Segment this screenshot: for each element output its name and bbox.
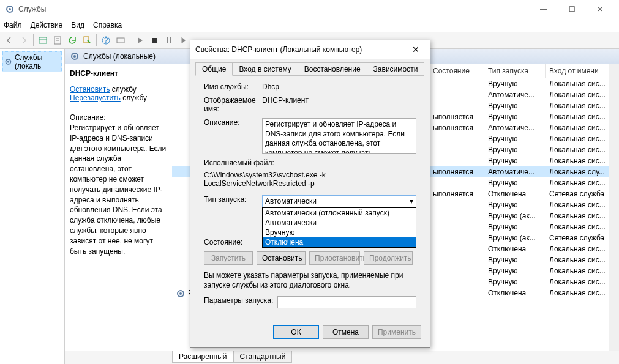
- gear-icon: [70, 51, 80, 61]
- menu-view[interactable]: Вид: [71, 21, 84, 29]
- startup-dropdown: Автоматически (отложенный запуск) Автома…: [262, 207, 416, 248]
- svg-rect-13: [170, 37, 171, 43]
- menu-help[interactable]: Справка: [93, 21, 122, 29]
- forward-button[interactable]: [17, 34, 31, 47]
- tab-recovery[interactable]: Восстановление: [298, 62, 367, 76]
- tab-logon[interactable]: Вход в систему: [232, 62, 298, 76]
- combo-item[interactable]: Вручную: [263, 228, 416, 237]
- startup-value: Автоматически: [265, 197, 317, 206]
- params-hint: Вы можете указать параметры запуска, при…: [204, 271, 416, 290]
- desc-label: Описание:: [204, 118, 262, 154]
- menu-action[interactable]: Действие: [31, 21, 63, 29]
- service-name-label: Имя службы:: [204, 83, 262, 91]
- restart-button[interactable]: [177, 34, 190, 47]
- exe-label: Исполняемый файл:: [204, 158, 416, 167]
- tree-pane: Службы (локаль: [0, 49, 65, 364]
- tab-extended[interactable]: Расширенный: [172, 351, 234, 363]
- svg-point-16: [7, 61, 9, 62]
- svg-rect-2: [39, 37, 47, 43]
- stop-link[interactable]: Остановить: [70, 85, 110, 94]
- manage-button[interactable]: [114, 34, 127, 47]
- services-icon: [5, 4, 15, 14]
- maximize-button[interactable]: ☐: [558, 0, 586, 18]
- ok-button[interactable]: ОК: [273, 325, 319, 339]
- window-titlebar: Службы — ☐ ✕: [0, 0, 619, 18]
- pause-button[interactable]: [162, 34, 176, 47]
- restart-link[interactable]: Перезапустить: [70, 94, 121, 102]
- minimize-button[interactable]: —: [530, 0, 558, 18]
- startup-label: Тип запуска:: [204, 195, 262, 207]
- close-button[interactable]: ✕: [586, 0, 614, 18]
- tab-deps[interactable]: Зависимости: [367, 62, 425, 76]
- params-label: Параметры запуска:: [204, 296, 277, 308]
- tab-standard[interactable]: Стандартный: [233, 351, 293, 363]
- col-startup[interactable]: Тип запуска: [484, 64, 546, 78]
- combo-item[interactable]: Отключена: [263, 237, 416, 247]
- detail-desc: Регистрирует и обновляет IP-адреса и DNS…: [70, 123, 167, 256]
- resume-button[interactable]: Продолжить: [364, 251, 413, 265]
- combo-item[interactable]: Автоматически: [263, 218, 416, 228]
- startup-combo[interactable]: Автоматически ▾ Автоматически (отложенны…: [262, 195, 416, 207]
- content-header-label: Службы (локальные): [83, 52, 156, 61]
- col-logon[interactable]: Вход от имени: [546, 64, 619, 78]
- apply-button[interactable]: Применить: [372, 325, 421, 339]
- svg-rect-10: [117, 38, 124, 43]
- export-button[interactable]: [80, 34, 94, 47]
- view-button[interactable]: [36, 34, 50, 47]
- back-button[interactable]: [2, 34, 16, 47]
- play-button[interactable]: [133, 34, 146, 47]
- menu-bar: Файл Действие Вид Справка: [0, 18, 619, 32]
- col-state[interactable]: Состояние: [429, 64, 484, 78]
- pause-button-dlg[interactable]: Приостановить: [309, 251, 360, 265]
- help-button[interactable]: ?: [99, 34, 113, 47]
- start-button[interactable]: Запустить: [204, 251, 253, 265]
- state-label: Состояние:: [204, 238, 262, 247]
- chevron-down-icon: ▾: [410, 197, 413, 206]
- detail-desc-label: Описание:: [70, 113, 167, 122]
- properties-dialog: Свойства: DHCP-клиент (Локальный компьют…: [190, 40, 430, 348]
- scrollbar[interactable]: [609, 64, 619, 351]
- svg-point-1: [9, 8, 11, 10]
- svg-rect-12: [167, 37, 168, 43]
- properties-button[interactable]: [51, 34, 64, 47]
- stop-button-dlg[interactable]: Остановить: [257, 251, 306, 265]
- tree-item-services[interactable]: Службы (локаль: [2, 51, 62, 72]
- tree-item-label: Службы (локаль: [15, 53, 60, 70]
- service-name: Dhcp: [262, 83, 416, 91]
- svg-rect-11: [152, 38, 157, 43]
- svg-point-18: [73, 55, 76, 58]
- svg-rect-14: [181, 37, 182, 43]
- window-title: Службы: [18, 5, 530, 13]
- menu-file[interactable]: Файл: [4, 21, 22, 29]
- gear-icon: [4, 57, 12, 67]
- cancel-button[interactable]: Отмена: [323, 325, 369, 339]
- combo-item[interactable]: Автоматически (отложенный запуск): [263, 208, 416, 218]
- svg-point-20: [179, 292, 182, 295]
- svg-text:?: ?: [104, 36, 108, 45]
- desc-textarea[interactable]: Регистрирует и обновляет IP-адреса и DNS…: [262, 118, 416, 154]
- dialog-close-button[interactable]: ✕: [407, 45, 425, 54]
- svg-rect-7: [84, 37, 89, 43]
- exe-path: C:\Windows\system32\svchost.exe -k Local…: [204, 171, 416, 188]
- detail-pane: DHCP-клиент Остановить службу Перезапуст…: [65, 64, 172, 351]
- stop-button[interactable]: [148, 34, 161, 47]
- display-name-label: Отображаемое имя:: [204, 96, 262, 113]
- dialog-title: Свойства: DHCP-клиент (Локальный компьют…: [195, 45, 407, 54]
- bottom-tabs: Расширенный Стандартный: [65, 351, 619, 364]
- detail-title: DHCP-клиент: [70, 69, 167, 78]
- tab-general[interactable]: Общие: [195, 62, 233, 76]
- display-name: DHCP-клиент: [262, 96, 416, 113]
- refresh-button[interactable]: [66, 34, 79, 47]
- params-input[interactable]: [277, 296, 416, 308]
